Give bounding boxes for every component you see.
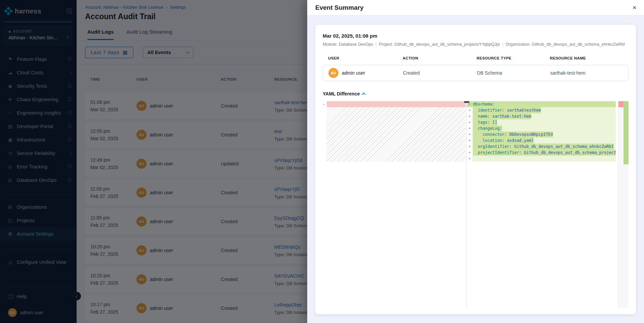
module-label: Module: xyxy=(323,42,337,47)
diff-added-line: + identifier: sarthaktesthem xyxy=(467,107,616,113)
event-timestamp: Mar 02, 2025, 01:08 pm xyxy=(323,33,629,39)
column-header-action: ACTION xyxy=(403,56,477,60)
yaml-difference-toggle[interactable]: YAML Difference xyxy=(323,91,629,96)
diff-plus-marker: + xyxy=(467,150,472,156)
user-avatar: AU xyxy=(328,68,338,78)
diff-added-line: + dbschema: xyxy=(467,101,616,107)
diff-added-line: + orgIdentifier: Github_db_devops_aut_db… xyxy=(467,144,616,150)
resource-type-cell: DB Schema xyxy=(477,70,550,76)
diff-plus-marker: + xyxy=(467,156,472,162)
event-summary-card: Mar 02, 2025, 01:08 pm Module: Database … xyxy=(315,25,636,314)
diff-filler-hatch xyxy=(327,107,466,162)
event-summary-drawer: Event Summary ✕ Mar 02, 2025, 01:08 pm M… xyxy=(307,0,644,323)
drawer-title: Event Summary xyxy=(315,4,364,11)
column-header-user: USER xyxy=(328,56,403,60)
drawer-header: Event Summary ✕ xyxy=(307,0,644,15)
yaml-difference-label: YAML Difference xyxy=(323,91,360,96)
diff-sash-handle[interactable] xyxy=(464,101,469,103)
diff-added-line: + xyxy=(467,156,616,162)
diff-removed-marker: − xyxy=(323,101,327,107)
module-value: Database DevOps xyxy=(339,42,373,47)
diff-added-line: + projectIdentifier: Github_db_devops_au… xyxy=(467,150,616,156)
diff-plus-marker: + xyxy=(467,131,472,137)
diff-plus-marker: + xyxy=(467,107,472,113)
diff-added-line: + location: asdsad.yaml xyxy=(467,137,616,144)
diff-plus-marker: + xyxy=(467,113,472,119)
diff-added-line: + name: sarthak-test-hem xyxy=(467,113,616,119)
diff-original-pane: − xyxy=(323,101,467,308)
column-header-resource-type: RESOURCE TYPE xyxy=(477,56,550,60)
diff-plus-marker: + xyxy=(467,137,472,144)
diff-added-line: + changeLog: xyxy=(467,125,616,131)
organization-value: Github_db_devops_aut_db_schema_ehnkcZwRb… xyxy=(532,42,625,47)
column-header-resource-name: RESOURCE NAME xyxy=(550,56,623,60)
event-meta-line: Module: Database DevOps|Project: Github_… xyxy=(323,42,629,47)
organization-label: Organization: xyxy=(506,42,530,47)
diff-plus-marker: + xyxy=(467,125,472,131)
summary-table-header: USER ACTION RESOURCE TYPE RESOURCE NAME xyxy=(323,56,629,60)
diff-plus-marker: + xyxy=(467,144,472,150)
ruler-added-marker xyxy=(623,101,629,164)
user-name: admin user xyxy=(342,70,365,76)
diff-added-line: + connector: DbDevopsoBKpcpIfEV xyxy=(467,131,616,137)
chevron-up-icon xyxy=(362,92,366,96)
project-label: Project: xyxy=(379,42,393,47)
close-icon[interactable]: ✕ xyxy=(632,5,637,11)
action-cell: Created xyxy=(403,70,477,76)
ruler-removed-marker xyxy=(618,101,623,107)
diff-overview-ruler[interactable] xyxy=(618,101,629,308)
diff-removed-line xyxy=(327,101,466,107)
diff-plus-marker: + xyxy=(467,119,472,125)
diff-modified-pane: + dbschema: + identifier: sarthaktesthem… xyxy=(467,101,616,308)
resource-name-cell: sarthak-test-hem xyxy=(550,70,623,76)
summary-table-row: AU admin user Created DB Schema sarthak-… xyxy=(323,65,629,81)
yaml-diff-editor: − + dbschema: + iden xyxy=(323,101,629,308)
project-value: Github_db_devops_aut_db_schema_projectvY… xyxy=(394,42,500,47)
diff-added-line: + tags: [] xyxy=(467,119,616,125)
